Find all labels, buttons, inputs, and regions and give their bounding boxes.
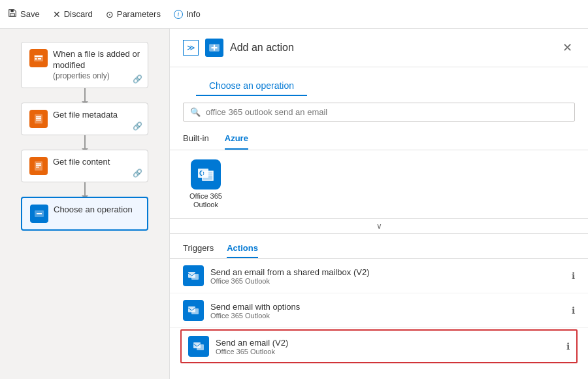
- connectors-grid: O Office 365Outlook: [170, 150, 588, 219]
- action-info-3[interactable]: ℹ: [566, 341, 570, 352]
- collapse-button[interactable]: ∨: [170, 219, 588, 234]
- connector-3: [84, 182, 86, 197]
- action-text-2: Send email with options Office 365 Outlo…: [210, 302, 565, 320]
- right-panel-title: Add an action: [230, 42, 553, 54]
- choose-operation-tab[interactable]: Choose an operation: [196, 75, 307, 96]
- link-icon: 🔗: [133, 74, 142, 84]
- triggers-actions-tabs: Triggers Actions: [170, 234, 588, 259]
- right-panel: ≫ Add an action ✕ Choose an operation 🔍 …: [170, 29, 588, 379]
- content-label: Get file content: [53, 157, 110, 168]
- main-layout: When a file is added or modified (proper…: [0, 29, 588, 379]
- trigger-icon: [29, 49, 48, 67]
- step-metadata[interactable]: Get file metadata 🔗: [21, 103, 148, 135]
- office365-logo: O: [191, 159, 221, 190]
- connector-type-tabs: Built-in Azure: [170, 128, 588, 150]
- choose-icon: [30, 205, 48, 223]
- step-content[interactable]: Get file content 🔗: [21, 150, 148, 182]
- discard-button[interactable]: ✕ Discard: [53, 9, 93, 20]
- actions-list: Send an email from a shared mailbox (V2)…: [170, 259, 588, 379]
- info-icon: i: [174, 10, 183, 19]
- svg-rect-0: [10, 10, 13, 12]
- tab-actions[interactable]: Actions: [227, 239, 258, 258]
- action-info-1[interactable]: ℹ: [572, 271, 575, 281]
- search-icon: 🔍: [190, 107, 201, 117]
- metadata-icon: [29, 110, 48, 128]
- info-button[interactable]: i Info: [174, 9, 201, 19]
- office365-connector[interactable]: O Office 365Outlook: [183, 159, 229, 209]
- tab-builtin[interactable]: Built-in: [183, 128, 209, 150]
- close-button[interactable]: ✕: [560, 38, 575, 58]
- choose-label: Choose an operation: [54, 205, 133, 216]
- action-icon-2: [183, 300, 204, 321]
- link-icon-3: 🔗: [133, 169, 142, 178]
- action-item-send-email-v2[interactable]: Send an email (V2) Office 365 Outlook ℹ: [180, 329, 578, 363]
- search-box: 🔍: [183, 103, 575, 122]
- search-input[interactable]: [206, 107, 568, 117]
- tab-triggers[interactable]: Triggers: [183, 239, 214, 258]
- svg-rect-12: [191, 274, 199, 280]
- expand-button[interactable]: ≫: [183, 40, 199, 56]
- connector-1: [84, 88, 86, 103]
- search-area: 🔍: [170, 96, 588, 128]
- link-icon-2: 🔗: [133, 122, 142, 131]
- save-icon: [8, 8, 17, 20]
- metadata-label: Get file metadata: [53, 110, 118, 121]
- parameters-icon: ⊙: [106, 9, 114, 20]
- action-item-shared-mailbox[interactable]: Send an email from a shared mailbox (V2)…: [170, 259, 588, 293]
- add-action-icon: [205, 39, 223, 57]
- right-panel-header: ≫ Add an action ✕: [170, 29, 588, 67]
- toolbar: Save ✕ Discard ⊙ Parameters i Info: [0, 0, 588, 29]
- parameters-label: Parameters: [117, 9, 161, 19]
- tab-azure[interactable]: Azure: [225, 128, 248, 150]
- step-choose-operation[interactable]: Choose an operation: [21, 197, 148, 231]
- action-icon-1: [183, 265, 204, 286]
- action-text-3: Send an email (V2) Office 365 Outlook: [216, 338, 560, 355]
- svg-rect-1: [10, 14, 15, 16]
- step-trigger[interactable]: When a file is added or modified (proper…: [21, 42, 148, 88]
- save-label: Save: [20, 9, 40, 19]
- action-text-1: Send an email from a shared mailbox (V2)…: [210, 267, 565, 285]
- discard-icon: ✕: [53, 9, 61, 20]
- trigger-label: When a file is added or modified (proper…: [53, 49, 140, 81]
- left-panel: When a file is added or modified (proper…: [0, 29, 170, 379]
- content-icon: [29, 157, 48, 175]
- parameters-button[interactable]: ⊙ Parameters: [106, 9, 161, 20]
- action-icon-3: [188, 336, 209, 357]
- svg-rect-14: [191, 308, 199, 314]
- discard-label: Discard: [64, 9, 93, 19]
- svg-point-3: [35, 58, 37, 60]
- action-item-send-options[interactable]: Send email with options Office 365 Outlo…: [170, 293, 588, 328]
- action-info-2[interactable]: ℹ: [572, 305, 575, 316]
- office365-name: Office 365Outlook: [189, 192, 222, 209]
- svg-rect-16: [197, 344, 204, 350]
- info-label: Info: [186, 9, 201, 19]
- connector-2: [84, 135, 86, 150]
- save-button[interactable]: Save: [8, 8, 40, 20]
- trigger-sublabel: (properties only): [53, 71, 140, 82]
